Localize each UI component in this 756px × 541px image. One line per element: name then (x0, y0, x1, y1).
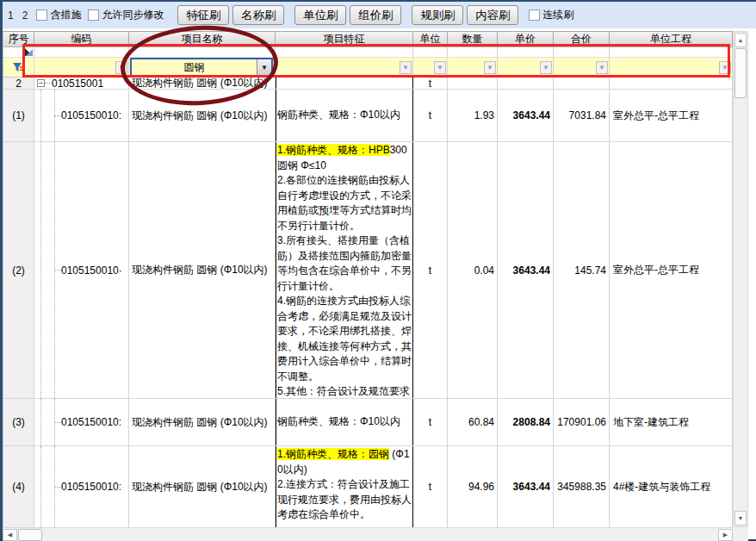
rule-brush-button[interactable]: 规则刷 (412, 5, 463, 25)
cell-name[interactable]: 现浇构件钢筋 圆钢 (Φ10以内) (129, 78, 276, 89)
cell-unit[interactable]: t (413, 90, 448, 141)
cell-code[interactable]: 0105150010· (34, 142, 129, 398)
checkbox-allow-sync-edit[interactable]: 允许同步修改 (88, 8, 164, 22)
col-header-code[interactable]: 编码 (34, 32, 129, 47)
col-header-feature[interactable]: 项目特征 (276, 32, 413, 47)
table-row[interactable]: (3)0105150010:现浇构件钢筋 圆钢 (Φ10以内)钢筋种类、规格：Φ… (3, 399, 733, 446)
filter-dropdown-icon[interactable]: ▼ (596, 61, 608, 74)
scroll-left-icon[interactable]: ◀ (3, 529, 17, 541)
col-header-price[interactable]: 单价 (498, 32, 554, 47)
name-filter-value[interactable]: 圆钢 (132, 59, 257, 75)
vertical-scrollbar[interactable]: ▲ ▼ (733, 31, 748, 527)
filter-cell-total[interactable]: ▼ (554, 58, 610, 77)
content-brush-button[interactable]: 内容刷 (467, 5, 518, 25)
cell-price[interactable]: 3643.44 (498, 90, 554, 141)
cell-price[interactable] (498, 78, 554, 89)
horizontal-scrollbar[interactable]: ◀ ▶ (3, 527, 733, 541)
cell-code[interactable]: 0105150010: (34, 90, 129, 141)
cell-qty[interactable]: 60.84 (448, 399, 498, 445)
checkbox-include-measures[interactable]: 含措施 (36, 8, 81, 22)
filter-dropdown-icon[interactable]: ▼ (434, 61, 446, 74)
cell-unit[interactable]: t (413, 78, 448, 89)
cell-qty[interactable]: 94.96 (448, 446, 498, 527)
table-row[interactable]: (2)0105150010·现浇构件钢筋 圆钢 (Φ10以内)1.钢筋种类、规格… (3, 142, 733, 399)
cell-seq[interactable]: (1) (3, 90, 34, 141)
collapse-icon[interactable]: − (37, 79, 45, 87)
row-indicator-cell[interactable] (3, 47, 34, 57)
cell-total[interactable] (554, 78, 610, 89)
filter-cell-code[interactable]: ▼ (34, 58, 129, 77)
col-header-project[interactable]: 单位工程 (610, 32, 733, 47)
checkbox-icon[interactable] (88, 9, 99, 21)
price-brush-button[interactable]: 组价刷 (350, 5, 401, 25)
checkbox-icon[interactable] (36, 9, 47, 21)
toolbar-num-2[interactable]: 2 (22, 9, 28, 22)
table-row[interactable]: (1)0105150010:现浇构件钢筋 圆钢 (Φ10以内)钢筋种类、规格：Φ… (3, 90, 733, 142)
checkbox-continuous-brush[interactable]: 连续刷 (529, 8, 573, 22)
filter-cell-price[interactable]: ▼ (498, 58, 554, 77)
scroll-right-icon[interactable]: ▶ (718, 529, 733, 541)
scroll-down-icon[interactable]: ▼ (734, 511, 747, 525)
filter-cell-unit[interactable]: ▼ (413, 58, 448, 77)
cell-project[interactable]: 室外总平-总平工程 (610, 90, 733, 141)
cell-qty[interactable]: 0.04 (448, 142, 498, 398)
cell-name[interactable]: 现浇构件钢筋 圆钢 (Φ10以内) (129, 142, 276, 398)
filter-dropdown-icon[interactable]: ▼ (484, 61, 496, 74)
col-header-unit[interactable]: 单位 (413, 32, 448, 47)
col-header-qty[interactable]: 数量 (448, 32, 498, 47)
cell-seq[interactable]: 2 (3, 78, 34, 89)
cell-code[interactable]: 0105150010: (34, 399, 129, 445)
cell-seq[interactable]: (3) (3, 399, 34, 445)
cell-feature[interactable]: 钢筋种类、规格：Φ10以内 (276, 399, 413, 445)
cell-seq[interactable]: (2) (3, 142, 34, 398)
filter-cell-name[interactable]: 圆钢 ▼ (129, 58, 276, 77)
cell-code[interactable]: −010515001 (34, 78, 129, 89)
cell-name[interactable]: 现浇构件钢筋 圆钢 (Φ10以内) (129, 90, 276, 141)
filter-cell-feature[interactable]: ▼ (276, 58, 413, 77)
vertical-scroll-thumb[interactable] (734, 48, 747, 98)
cell-feature[interactable]: 1.钢筋种类、规格：HPB300 圆钢 Φ≤10 2.各部位的连接钢筋由投标人自… (276, 142, 413, 398)
cell-total[interactable]: 345988.35 (554, 446, 610, 527)
cell-price[interactable]: 3643.44 (498, 142, 554, 398)
combo-dropdown-icon[interactable]: ▼ (257, 59, 271, 75)
filter-dropdown-icon[interactable]: ▼ (540, 61, 552, 74)
cell-total[interactable]: 145.74 (554, 142, 610, 398)
cell-feature[interactable] (276, 78, 413, 89)
name-filter-combo[interactable]: 圆钢 ▼ (130, 58, 273, 77)
cell-total[interactable]: 7031.84 (554, 90, 610, 141)
cell-code[interactable]: 0105150010: (34, 446, 129, 527)
cell-project[interactable]: 4#楼-建筑与装饰工程 (610, 446, 733, 527)
filter-dropdown-icon[interactable]: ▼ (400, 61, 412, 74)
table-row[interactable]: 2−010515001现浇构件钢筋 圆钢 (Φ10以内)t (3, 78, 733, 90)
cell-name[interactable]: 现浇构件钢筋 圆钢 (Φ10以内) (129, 399, 276, 445)
unit-brush-button[interactable]: 单位刷 (294, 5, 346, 25)
filter-cell-seq[interactable] (3, 58, 34, 77)
filter-cell-qty[interactable]: ▼ (448, 58, 498, 77)
checkbox-icon[interactable] (529, 9, 540, 21)
col-header-name[interactable]: 项目名称 (129, 32, 276, 47)
table-row[interactable]: (4)0105150010:现浇构件钢筋 圆钢 (Φ10以内)1.钢筋种类、规格… (3, 446, 733, 528)
cell-qty[interactable] (448, 78, 498, 89)
cell-unit[interactable]: t (413, 446, 448, 527)
cell-project[interactable] (610, 78, 733, 89)
cell-seq[interactable]: (4) (3, 446, 34, 527)
cell-feature[interactable]: 1.钢筋种类、规格：园钢 (Φ10以内) 2.连接方式：符合设计及施工现行规范要… (276, 446, 413, 527)
col-header-total[interactable]: 合价 (554, 32, 610, 47)
filter-dropdown-icon[interactable]: ▼ (115, 61, 127, 74)
horizontal-scroll-thumb[interactable] (18, 529, 42, 541)
toolbar-num-1[interactable]: 1 (8, 9, 14, 22)
cell-project[interactable]: 室外总平-总平工程 (610, 142, 733, 398)
cell-unit[interactable]: t (413, 399, 448, 445)
scroll-up-icon[interactable]: ▲ (734, 33, 747, 47)
cell-total[interactable]: 170901.06 (554, 399, 610, 445)
filter-cell-project[interactable]: ▼ (610, 58, 733, 77)
cell-feature[interactable]: 钢筋种类、规格：Φ10以内 (276, 90, 413, 141)
col-header-seq[interactable]: 序号 (3, 32, 34, 47)
cell-project[interactable]: 地下室-建筑工程 (610, 399, 733, 445)
cell-unit[interactable]: t (413, 142, 448, 398)
cell-qty[interactable]: 1.93 (448, 90, 498, 141)
filter-dropdown-icon[interactable]: ▼ (719, 61, 731, 74)
name-brush-button[interactable]: 名称刷 (232, 5, 284, 25)
cell-name[interactable]: 现浇构件钢筋 圆钢 (Φ10以内) (129, 446, 276, 527)
cell-price[interactable]: 3643.44 (498, 446, 554, 527)
